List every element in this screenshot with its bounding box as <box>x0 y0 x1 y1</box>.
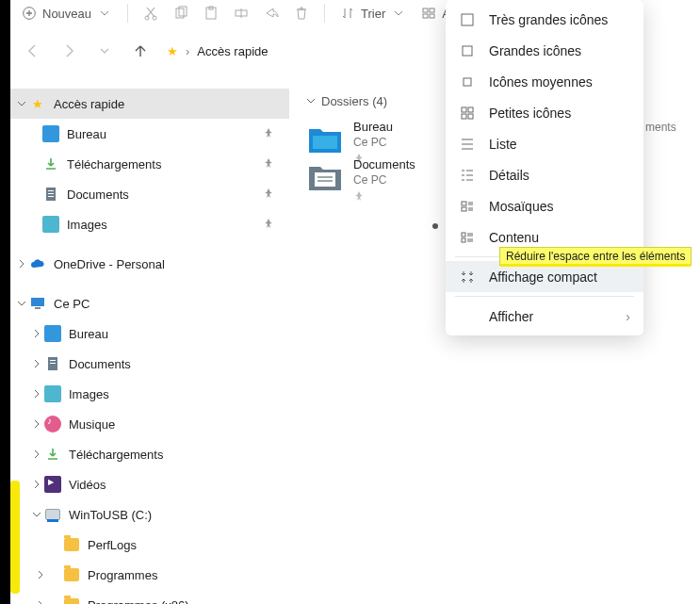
tree-label: Images <box>69 387 282 401</box>
tree-label: Bureau <box>67 127 263 141</box>
tree-item-programmes[interactable]: Programmes <box>10 560 289 590</box>
details-icon <box>459 167 476 184</box>
chevron-right-icon[interactable] <box>29 356 44 371</box>
chevron-right-icon: › <box>186 44 189 58</box>
menu-large-icons[interactable]: Grandes icônes <box>446 35 643 66</box>
chevron-right-icon[interactable] <box>14 256 29 271</box>
chevron-right-icon[interactable] <box>29 386 44 401</box>
tree-label: Documents <box>67 188 263 202</box>
pin-icon <box>263 218 276 231</box>
plus-icon <box>22 6 37 21</box>
spacer <box>459 308 476 325</box>
tree-item-bureau[interactable]: Bureau <box>10 119 289 149</box>
chevron-right-icon[interactable] <box>29 447 44 462</box>
chevron-right-icon[interactable] <box>33 597 48 604</box>
current-indicator <box>432 223 438 229</box>
tree-label: OneDrive - Personal <box>54 257 282 271</box>
menu-label: Contenu <box>489 230 539 245</box>
tree-quick-access[interactable]: ★ Accès rapide <box>10 89 289 119</box>
pin-icon <box>263 127 276 140</box>
chevron-down-icon[interactable] <box>14 96 29 111</box>
tree-label: Vidéos <box>69 478 282 492</box>
tree-label: Documents <box>69 357 282 371</box>
view-menu: Très grandes icônes Grandes icônes Icône… <box>446 0 643 335</box>
chevron-right-icon[interactable] <box>29 326 44 341</box>
tree-item-documents-pc[interactable]: Documents <box>10 349 289 379</box>
svg-rect-26 <box>463 46 472 56</box>
share-icon[interactable] <box>264 6 279 21</box>
svg-rect-21 <box>313 136 337 149</box>
desktop-icon <box>44 325 61 342</box>
svg-rect-14 <box>48 193 54 194</box>
copy-icon[interactable] <box>173 6 188 21</box>
tree-item-drive-c[interactable]: WinToUSB (C:) <box>10 499 289 530</box>
tree-this-pc[interactable]: Ce PC <box>10 288 289 318</box>
download-icon <box>42 155 59 172</box>
sort-button[interactable]: Trier <box>340 6 406 21</box>
menu-extra-large-icons[interactable]: Très grandes icônes <box>446 4 643 35</box>
svg-rect-9 <box>430 8 434 12</box>
nav-tree[interactable]: ★ Accès rapide Bureau Téléchargements Do… <box>10 85 289 604</box>
menu-list[interactable]: Liste <box>446 128 643 159</box>
tree-item-documents[interactable]: Documents <box>10 179 289 209</box>
svg-rect-31 <box>468 114 473 119</box>
chevron-down-icon[interactable] <box>306 94 316 108</box>
paste-icon[interactable] <box>203 6 219 21</box>
menu-medium-icons[interactable]: Icônes moyennes <box>446 66 643 97</box>
tree-item-programmes-x86[interactable]: Programmes (x86) <box>10 590 289 604</box>
new-button[interactable]: Nouveau <box>22 6 112 21</box>
tree-label: Bureau <box>69 327 282 341</box>
spacer <box>48 567 63 582</box>
file-location: Ce PC <box>353 136 393 149</box>
tree-item-images[interactable]: Images <box>10 209 289 239</box>
image-icon <box>44 385 61 402</box>
tree-onedrive[interactable]: OneDrive - Personal <box>10 249 289 279</box>
tree-label: Musique <box>69 417 282 432</box>
chevron-right-icon[interactable] <box>33 567 48 582</box>
chevron-right-icon: › <box>626 309 630 324</box>
back-button[interactable] <box>20 38 46 64</box>
chevron-right-icon[interactable] <box>29 416 44 432</box>
breadcrumb[interactable]: Accès rapide <box>197 44 268 58</box>
menu-label: Petites icônes <box>489 106 571 121</box>
menu-show-submenu[interactable]: Afficher › <box>446 301 643 332</box>
menu-label: Icônes moyennes <box>489 74 593 90</box>
svg-rect-30 <box>462 114 466 119</box>
svg-rect-20 <box>50 363 56 364</box>
cut-icon[interactable] <box>143 6 158 21</box>
forward-button[interactable] <box>56 38 82 64</box>
chevron-down-icon[interactable] <box>14 296 29 311</box>
up-button[interactable] <box>127 38 154 64</box>
chevron-down-icon[interactable] <box>29 507 44 522</box>
folder-icon <box>63 566 80 583</box>
menu-tiles[interactable]: Mosaïques <box>446 190 643 221</box>
delete-icon[interactable] <box>294 6 309 21</box>
sort-label: Trier <box>361 7 385 21</box>
rename-icon[interactable] <box>234 6 249 21</box>
recent-button[interactable] <box>91 38 118 64</box>
svg-rect-34 <box>462 233 465 237</box>
video-icon <box>44 476 61 493</box>
new-label: Nouveau <box>42 7 91 21</box>
svg-rect-16 <box>31 298 44 306</box>
svg-rect-28 <box>462 107 466 112</box>
spacer <box>48 537 63 552</box>
chevron-right-icon[interactable] <box>29 477 44 492</box>
file-location: Ce PC <box>353 173 415 187</box>
tree-item-downloads-pc[interactable]: Téléchargements <box>10 439 289 469</box>
disk-icon <box>44 506 61 523</box>
tree-label: Ce PC <box>54 297 282 311</box>
tree-item-perflogs[interactable]: PerfLogs <box>10 530 289 560</box>
partial-text: ments <box>645 121 676 134</box>
desktop-icon <box>42 125 59 142</box>
tree-item-bureau-pc[interactable]: Bureau <box>10 318 289 349</box>
tree-item-music[interactable]: Musique <box>10 409 289 439</box>
menu-details[interactable]: Détails <box>446 159 643 190</box>
pin-icon <box>263 157 276 171</box>
tree-item-downloads[interactable]: Téléchargements <box>10 149 289 179</box>
tree-label: Programmes <box>88 568 282 582</box>
menu-label: Afficher <box>489 309 533 324</box>
tree-item-videos[interactable]: Vidéos <box>10 469 289 499</box>
tree-item-images-pc[interactable]: Images <box>10 379 289 409</box>
menu-small-icons[interactable]: Petites icônes <box>446 97 643 128</box>
